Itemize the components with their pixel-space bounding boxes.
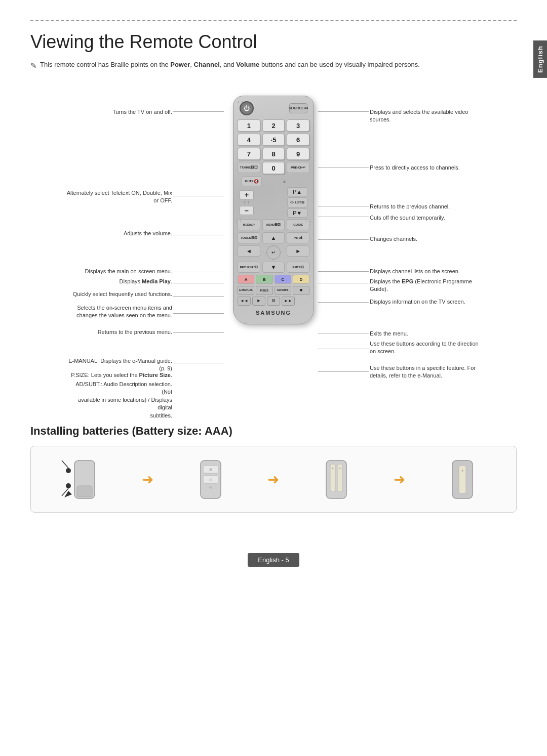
- btn-7[interactable]: 7: [238, 148, 260, 160]
- note-icon: ✎: [30, 61, 37, 70]
- conn-mediabtn-r: [318, 371, 369, 372]
- batteries-title: Installing batteries (Battery size: AAA): [30, 425, 517, 438]
- note-content: This remote control has Braille points o…: [40, 61, 420, 68]
- remote-top-row: ⏻ SOURCE ⊟⊞: [238, 101, 309, 115]
- nav-down-button[interactable]: ▼: [262, 262, 285, 273]
- annotation-change-channels: Changes channels.: [370, 235, 481, 243]
- vol-down-button[interactable]: –: [240, 206, 254, 215]
- battery-step-1: [54, 456, 115, 502]
- arrow-3: ➜: [394, 471, 405, 488]
- batteries-installation-box: ➜ ⊕ ⊕ ⊖ ➜: [30, 446, 517, 513]
- annotation-color-btns: Use these buttons according to the direc…: [370, 340, 481, 356]
- annotation-exit: Exits the menu.: [370, 330, 481, 338]
- conn-mute-r: [318, 217, 369, 217]
- nav-up-button[interactable]: ▲: [262, 232, 285, 243]
- btn-0[interactable]: 0: [262, 162, 285, 174]
- battery-step-2: ⊕ ⊕ ⊖: [180, 456, 241, 502]
- battery-img-3: + +: [306, 456, 367, 502]
- psize-button[interactable]: P.SIZE: [256, 286, 272, 295]
- bottom-row1: E-MANUAL P.SIZE AD/SUBT. ■: [238, 286, 309, 295]
- btn-a[interactable]: A: [238, 275, 254, 284]
- annotation-adsubt: AD/SUBT.: Audio Description selection. (…: [66, 381, 172, 419]
- pause-button[interactable]: II: [267, 297, 280, 306]
- decorative-dots-mid2: ⋮⋮: [304, 218, 312, 222]
- conn-volume: [173, 235, 224, 235]
- conn-emanual: [173, 363, 224, 363]
- note-text: ✎ This remote control has Braille points…: [30, 61, 446, 70]
- nav-left-button[interactable]: ◄: [238, 245, 260, 257]
- annotation-emanual: E-MANUAL: Displays the e-Manual guide.(p…: [66, 357, 172, 373]
- chlist-button[interactable]: CH LIST⊞: [287, 197, 307, 207]
- btn-4[interactable]: 4: [238, 134, 260, 146]
- svg-point-2: [66, 468, 71, 473]
- annotation-epg: Displays the EPG (Electronic Programme G…: [370, 278, 481, 293]
- btn-6[interactable]: 6: [287, 134, 309, 146]
- btn-d[interactable]: D: [293, 275, 309, 284]
- btn-1[interactable]: 1: [238, 119, 260, 132]
- battery-step-4: +: [432, 456, 493, 502]
- source-button[interactable]: SOURCE ⊟⊞: [289, 103, 307, 113]
- nav-right-button[interactable]: ►: [287, 245, 309, 257]
- battery-diagram-4: +: [437, 458, 488, 501]
- svg-text:+: +: [339, 467, 341, 470]
- vol-up-button[interactable]: +: [240, 190, 254, 199]
- btn-3[interactable]: 3: [287, 119, 309, 132]
- conn-teletext: [173, 196, 224, 196]
- next-track-button[interactable]: ►►: [282, 297, 295, 306]
- adsubt-button[interactable]: AD/SUBT.: [275, 286, 291, 295]
- annotation-info: Displays information on the TV screen.: [370, 298, 481, 306]
- mute-button[interactable]: MUTE 🔇: [242, 176, 262, 186]
- nav-enter-button[interactable]: ↵: [266, 245, 281, 260]
- conn-menu: [173, 272, 224, 272]
- exit-button[interactable]: EXIT×⊟: [287, 262, 309, 273]
- annotation-source: Displays and selects the available video…: [370, 108, 481, 124]
- annotation-teletext: Alternately select Teletext ON, Double, …: [66, 189, 172, 205]
- prech-button[interactable]: PRE-CH↩: [287, 162, 309, 173]
- stop-button[interactable]: ■: [293, 286, 309, 295]
- annotation-mute-sound: Cuts off the sound temporarily.: [370, 214, 481, 222]
- btn-2[interactable]: 2: [262, 119, 285, 132]
- conn-prevch-r: [318, 206, 369, 206]
- annotation-psize: P.SIZE: Lets you select the Picture Size…: [66, 371, 172, 379]
- info-button[interactable]: INFOℹ: [287, 232, 309, 243]
- play-button[interactable]: ►: [252, 297, 265, 306]
- svg-rect-1: [77, 486, 92, 497]
- prev-track-button[interactable]: ◄◄: [238, 297, 251, 306]
- btn-5[interactable]: ·5: [262, 134, 285, 146]
- ch-up-indicator: ▲: [282, 179, 287, 184]
- btn-8[interactable]: 8: [262, 148, 285, 160]
- svg-text:+: +: [332, 467, 334, 470]
- return-button[interactable]: RETURN↩⊟: [238, 262, 260, 273]
- svg-text:⊕: ⊕: [209, 468, 212, 472]
- language-side-tab: English: [533, 40, 547, 78]
- footer: English - 5: [0, 548, 547, 572]
- conn-info-r: [318, 302, 369, 303]
- battery-step-3: + +: [306, 456, 367, 502]
- tools-info-row: TOOLS⊟⊡ ▲ INFOℹ: [238, 232, 309, 243]
- emanual-button[interactable]: E-MANUAL: [238, 286, 254, 295]
- menu-button[interactable]: MENU⊞⊡: [262, 219, 285, 230]
- svg-rect-13: [326, 460, 346, 498]
- tools-button[interactable]: TOOLS⊟⊡: [238, 232, 260, 243]
- annotation-prev-channel: Returns to the previous channel.: [370, 203, 481, 211]
- battery-img-2: ⊕ ⊕ ⊖: [180, 456, 241, 502]
- samsung-logo: SAMSUNG: [238, 310, 309, 316]
- decorative-dots-top: ⋮⋮: [237, 100, 245, 105]
- annotation-menu: Displays the main on-screen menu.: [66, 268, 172, 275]
- btn-9[interactable]: 9: [287, 148, 309, 160]
- ttxmix-button[interactable]: TTX/MIX⊟⊡: [238, 162, 260, 173]
- arrow-1: ➜: [142, 471, 153, 488]
- svg-text:+: +: [461, 469, 463, 473]
- svg-point-3: [66, 483, 71, 488]
- ch-down-button[interactable]: P▼: [287, 208, 307, 218]
- return-exit-row: RETURN↩⊟ ▼ EXIT×⊟: [238, 262, 309, 273]
- ch-up-button[interactable]: P▲: [287, 187, 307, 196]
- btn-c[interactable]: C: [275, 275, 291, 284]
- page-title: Viewing the Remote Control: [30, 31, 517, 53]
- annotation-direct-channels: Press to directly access to channels.: [370, 164, 481, 172]
- batteries-section: Installing batteries (Battery size: AAA): [30, 425, 517, 513]
- battery-diagram-2: ⊕ ⊕ ⊖: [185, 458, 236, 501]
- conn-tools: [173, 296, 224, 297]
- btn-b[interactable]: B: [256, 275, 272, 284]
- arrow-2: ➜: [267, 471, 279, 488]
